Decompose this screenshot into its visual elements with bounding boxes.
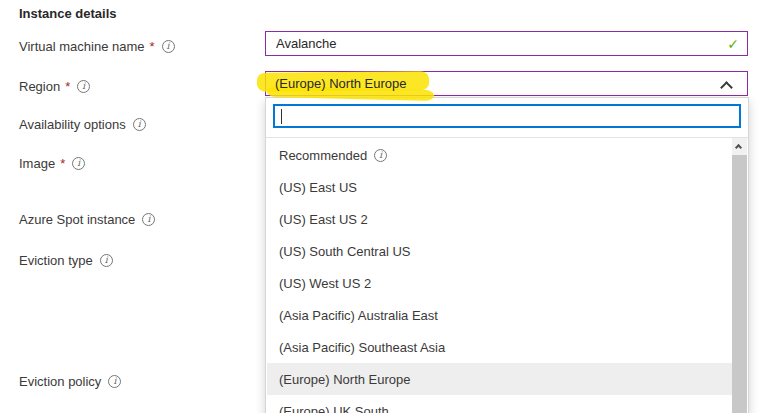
region-option[interactable]: (Europe) UK South — [267, 395, 733, 413]
vm-name-input[interactable] — [266, 32, 747, 55]
text-caret — [281, 109, 282, 124]
info-icon[interactable]: i — [142, 213, 155, 226]
region-dropdown-flyout: Recommended i (US) East US (US) East US … — [265, 97, 749, 413]
region-selected-value: (Europe) North Europe — [275, 76, 407, 91]
eviction-type-label-row: Eviction type i — [19, 252, 113, 268]
availability-label-row: Availability options i — [19, 116, 146, 132]
info-icon[interactable]: i — [72, 157, 85, 170]
region-option[interactable]: (US) South Central US — [267, 235, 733, 267]
eviction-policy-label: Eviction policy — [19, 374, 101, 389]
scrollbar-up-arrow-icon — [735, 144, 742, 151]
group-header-recommended: Recommended i — [267, 139, 733, 171]
section-title: Instance details — [19, 6, 117, 21]
region-option[interactable]: (Asia Pacific) Australia East — [267, 299, 733, 331]
chevron-up-icon[interactable] — [720, 81, 733, 94]
required-asterisk: * — [65, 79, 70, 94]
scrollbar-up-button[interactable] — [732, 138, 747, 154]
region-label: Region — [19, 79, 60, 94]
eviction-type-label: Eviction type — [19, 253, 93, 268]
info-icon[interactable]: i — [133, 118, 146, 131]
region-search-field[interactable] — [273, 104, 741, 128]
spot-label-row: Azure Spot instance i — [19, 211, 155, 227]
required-asterisk: * — [150, 39, 155, 54]
vm-name-label-row: Virtual machine name * i — [19, 38, 175, 54]
valid-check-icon: ✓ — [727, 36, 739, 52]
region-option[interactable]: (US) East US — [267, 171, 733, 203]
info-icon[interactable]: i — [374, 149, 387, 162]
scrollbar-thumb[interactable] — [732, 155, 747, 413]
info-icon[interactable]: i — [100, 254, 113, 267]
availability-options-label: Availability options — [19, 117, 126, 132]
eviction-policy-label-row: Eviction policy i — [19, 373, 121, 389]
instance-details-form: Instance details Virtual machine name * … — [0, 0, 769, 413]
dropdown-scrollbar[interactable] — [732, 138, 747, 413]
image-label-row: Image * i — [19, 155, 85, 171]
region-option[interactable]: (US) East US 2 — [267, 203, 733, 235]
region-option[interactable]: (Asia Pacific) Southeast Asia — [267, 331, 733, 363]
region-option-selected[interactable]: (Europe) North Europe — [267, 363, 733, 395]
vm-name-label: Virtual machine name — [19, 39, 145, 54]
vm-name-field: ✓ — [265, 31, 748, 56]
azure-spot-instance-label: Azure Spot instance — [19, 212, 135, 227]
region-label-row: Region * i — [19, 78, 90, 94]
list-divider — [266, 137, 748, 138]
info-icon[interactable]: i — [77, 80, 90, 93]
info-icon[interactable]: i — [162, 40, 175, 53]
required-asterisk: * — [60, 156, 65, 171]
image-label: Image — [19, 156, 55, 171]
group-header-label: Recommended — [279, 148, 367, 163]
region-option[interactable]: (US) West US 2 — [267, 267, 733, 299]
info-icon[interactable]: i — [108, 375, 121, 388]
